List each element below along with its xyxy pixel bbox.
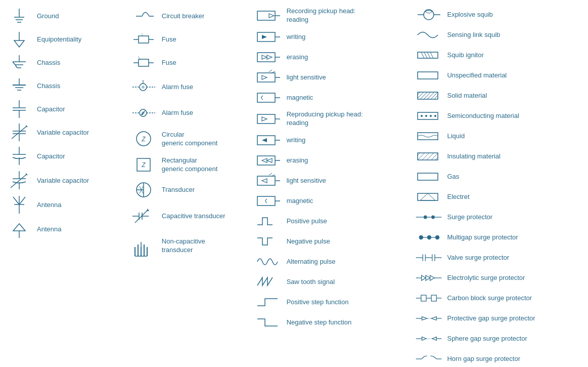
svg-rect-44	[139, 36, 149, 43]
item-capacitor2: Capacitor	[5, 145, 125, 168]
item-rph-magnetic: magnetic	[255, 88, 411, 107]
label-transducer: Transducer	[162, 186, 195, 194]
label-repr-reading: Reproducing pickup head: reading	[287, 110, 363, 128]
item-antenna1: Antenna	[5, 193, 125, 217]
item-sphere-gap-surge-protector: Sphere gap surge protector	[415, 329, 583, 348]
symbol-rph-light-sensitive	[255, 69, 283, 86]
label-non-capacitive-transducer: Non-capacitive transducer	[162, 237, 205, 255]
svg-marker-103	[262, 117, 267, 121]
item-saw-tooth: Saw tooth signal	[255, 272, 411, 292]
item-surge-protector: Surge protector	[415, 208, 583, 227]
symbol-rph-erasing	[255, 49, 283, 66]
svg-line-144	[422, 153, 429, 160]
label-multigap-surge-protector: Multigap surge protector	[447, 233, 518, 242]
label-capacitor1: Capacitor	[37, 105, 65, 114]
svg-marker-181	[432, 317, 437, 320]
item-explosive-squib: Explosive squib	[415, 5, 583, 24]
label-saw-tooth: Saw tooth signal	[287, 278, 335, 287]
svg-marker-92	[262, 55, 267, 59]
item-electrolytic-surge-protector: Electrolytic surge protector	[415, 268, 583, 288]
svg-rect-174	[421, 295, 426, 301]
svg-rect-149	[418, 193, 438, 200]
label-fuse2: Fuse	[162, 59, 176, 67]
label-protective-gap-surge-protector: Protective gap surge protector	[447, 314, 535, 323]
symbol-gas	[415, 169, 443, 184]
symbol-antenna2	[5, 219, 33, 240]
label-sphere-gap-surge-protector: Sphere gap surge protector	[447, 335, 527, 343]
label-variable-capacitor1: Variable capacitor	[37, 129, 89, 137]
symbol-capacitor2	[5, 146, 33, 167]
item-non-capacitive-transducer: Non-capacitive transducer	[130, 231, 250, 261]
item-repr-light-sensitive: light sensitive	[255, 171, 411, 190]
svg-line-11	[15, 65, 17, 68]
label-squib-ignitor: Squib ignitor	[447, 51, 483, 60]
symbol-antenna1	[5, 194, 33, 216]
svg-rect-111	[257, 176, 275, 185]
item-circular-generic: Z Circular generic component	[130, 127, 250, 151]
label-surge-protector: Surge protector	[447, 213, 492, 222]
symbol-liquid	[415, 129, 443, 144]
label-alarm-fuse2: Alarm fuse	[162, 109, 193, 117]
symbol-rph-magnetic	[255, 89, 283, 106]
column-4: Explosive squib Sensing link squib	[413, 5, 585, 362]
symbol-negative-pulse	[255, 233, 283, 250]
item-electret: Electret	[415, 187, 583, 207]
svg-line-32	[11, 174, 27, 188]
label-liquid: Liquid	[447, 132, 465, 141]
label-repr-erasing: erasing	[287, 156, 308, 165]
svg-point-52	[140, 84, 147, 91]
symbol-alternating-pulse	[255, 253, 283, 270]
symbol-horn-gap-surge-protector	[415, 351, 443, 366]
svg-point-152	[424, 216, 427, 219]
label-alternating-pulse: Alternating pulse	[287, 258, 336, 266]
item-ground: Ground	[5, 5, 125, 27]
item-alarm-fuse2: Alarm fuse	[130, 101, 250, 126]
item-fuse2: Fuse	[130, 52, 250, 74]
item-repr-magnetic: magnetic	[255, 191, 411, 211]
item-negative-pulse: Negative pulse	[255, 232, 411, 251]
item-equipotentiality: Equipotentiality	[5, 28, 125, 51]
symbol-squib-ignitor	[415, 47, 443, 63]
label-valve-surge-protector: Valve surge protector	[447, 254, 509, 262]
svg-point-156	[419, 235, 423, 239]
symbol-repr-writing	[255, 132, 283, 149]
item-rph-reading: Recording pickup head: reading	[255, 5, 411, 26]
item-gas: Gas	[415, 167, 583, 186]
symbol-carbon-block-surge-protector	[415, 291, 443, 305]
label-rph-writing: writing	[287, 33, 306, 42]
symbol-positive-step	[255, 294, 283, 311]
item-protective-gap-surge-protector: Protective gap surge protector	[415, 309, 583, 328]
svg-line-114	[269, 173, 272, 175]
symbol-chassis2	[5, 76, 33, 96]
label-rph-light-sensitive: light sensitive	[287, 73, 326, 82]
symbol-alarm-fuse1	[130, 76, 158, 99]
symbol-rectangular-generic: Z	[130, 153, 158, 176]
symbol-unspecified-material	[415, 68, 443, 83]
item-horn-gap-surge-protector: Horn gap surge protector	[415, 349, 583, 367]
svg-rect-176	[432, 295, 437, 301]
item-rph-erasing: erasing	[255, 48, 411, 67]
label-capacitive-transducer: Capacitive transducer	[162, 212, 225, 221]
item-repr-reading: Reproducing pickup head: reading	[255, 108, 411, 130]
symbol-capacitive-transducer	[130, 203, 158, 229]
svg-marker-76	[147, 209, 149, 211]
svg-line-129	[418, 92, 424, 98]
svg-marker-106	[262, 138, 267, 142]
symbol-circuit-breaker	[130, 6, 158, 26]
symbol-rph-reading	[255, 6, 283, 25]
item-rph-light-sensitive: light sensitive	[255, 68, 411, 87]
svg-rect-116	[257, 196, 275, 206]
svg-text:Z: Z	[142, 161, 146, 169]
symbol-repr-magnetic	[255, 192, 283, 210]
item-variable-capacitor2: Variable capacitor	[5, 169, 125, 192]
label-antenna2: Antenna	[37, 225, 61, 234]
item-capacitive-transducer: Capacitive transducer	[130, 202, 250, 230]
label-repr-light-sensitive: light sensitive	[287, 177, 326, 185]
item-carbon-block-surge-protector: Carbon block surge protector	[415, 289, 583, 308]
symbol-negative-step	[255, 314, 283, 331]
item-fuse1: Fuse	[130, 28, 250, 51]
symbol-repr-light-sensitive	[255, 172, 283, 189]
label-rph-erasing: erasing	[287, 53, 308, 62]
svg-marker-184	[422, 337, 426, 341]
symbol-ground	[5, 6, 33, 26]
